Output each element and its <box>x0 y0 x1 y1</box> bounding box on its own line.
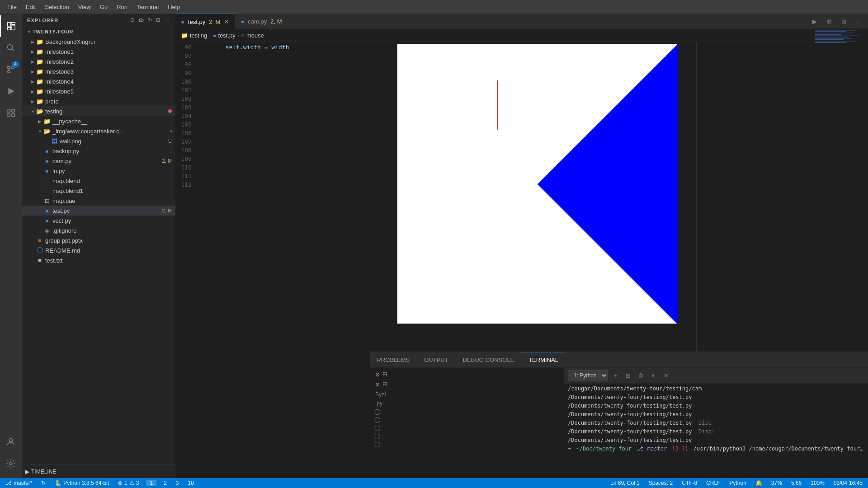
tab1-button[interactable]: 1 <box>146 480 156 486</box>
bell-status[interactable]: 🔔 <box>754 480 764 486</box>
problem-item[interactable]: ⊗ Fi <box>373 380 560 389</box>
tree-item-milestone1[interactable]: ▶ 📁 milestone1 <box>22 47 175 56</box>
tree-item-lnpy[interactable]: ▶ ● ln.py <box>22 166 175 176</box>
line-col-status[interactable]: Ln 69, Col 1 <box>609 480 642 486</box>
menu-item-help[interactable]: Help <box>164 2 184 12</box>
tree-item-readme[interactable]: ▶ ⓘ README.md <box>22 245 175 255</box>
mhz-status[interactable]: 5.66 <box>789 480 803 486</box>
tree-item-gitignore[interactable]: ▶ ◈ .gitignore <box>22 225 175 235</box>
menu-item-edit[interactable]: Edit <box>22 2 39 12</box>
tree-item-milestone2[interactable]: ▶ 📁 milestone2 <box>22 56 175 66</box>
more-options-icon[interactable]: ··· <box>165 17 170 23</box>
file-py-icon: ● <box>43 207 51 214</box>
tree-item-mapblend1[interactable]: ▶ ≡ map.blend1 <box>22 186 175 196</box>
search-activity-icon[interactable] <box>0 37 22 59</box>
terminal-shell-select[interactable]: 1: Python <box>568 371 608 380</box>
date-status[interactable]: 03/04 16:45 <box>832 480 864 486</box>
terminal-tab[interactable]: TERMINAL <box>521 352 566 367</box>
language-status[interactable]: Python <box>727 480 748 486</box>
spaces-status[interactable]: Spaces: 2 <box>647 480 675 486</box>
tab3-label: 3 <box>176 480 179 486</box>
tree-item-testtxt[interactable]: ▶ ≡ test.txt <box>22 255 175 265</box>
file-readme-icon: ⓘ <box>36 246 43 254</box>
explorer-activity-icon[interactable] <box>0 15 22 37</box>
problem-item[interactable]: ⊗ Fi <box>373 370 560 380</box>
tree-arrow-icon: ▶ <box>29 59 36 64</box>
tab2-label: 2 <box>164 480 167 486</box>
sync-status[interactable]: ↻ <box>39 480 47 486</box>
run-debug-activity-icon[interactable] <box>0 80 22 102</box>
zoom-status[interactable]: 100% <box>809 480 826 486</box>
encoding-status[interactable]: UTF-8 <box>680 480 699 486</box>
menu-item-terminal[interactable]: Terminal <box>133 2 162 12</box>
tab-actions: ▶ ⧉ ⊞ ··· <box>808 14 868 29</box>
spaces-label: Spaces: 2 <box>649 480 673 486</box>
tab4-button[interactable]: 10 <box>186 480 196 486</box>
extensions-activity-icon[interactable] <box>0 102 22 124</box>
tree-item-milestone5[interactable]: ▶ 📁 milestone5 <box>22 86 175 96</box>
collapse-icon[interactable]: ⊟ <box>156 17 160 23</box>
tab3-button[interactable]: 3 <box>174 480 181 486</box>
tree-item-vectpy[interactable]: ▶ ● vect.py <box>22 216 175 225</box>
run-button[interactable]: ▶ <box>808 15 821 28</box>
tree-item-label: test.py <box>52 207 162 214</box>
sidebar-header-icons: 🗋 🗁 ↻ ⊟ ··· <box>130 17 170 23</box>
tree-item-pycache[interactable]: ▶ 📁 __pycache__ <box>22 116 175 126</box>
menu-item-view[interactable]: View <box>75 2 94 12</box>
tab-testpy[interactable]: ● test.py 2, M ✕ <box>175 14 235 29</box>
settings-activity-icon[interactable] <box>0 453 22 474</box>
debug-console-tab[interactable]: DEBUG CONSOLE <box>456 352 521 367</box>
tab-campy[interactable]: ● cam.py 2, M <box>235 14 289 29</box>
tree-item-proto[interactable]: ▶ 📁 proto <box>22 96 175 106</box>
tree-item-testing[interactable]: ▾ 📂 testing <box>22 106 175 116</box>
errors-status[interactable]: ⊗ 1 ⚠ 3 <box>116 480 141 486</box>
breadcrumb-item-file[interactable]: ● test.py <box>213 32 236 39</box>
tree-item-pptx[interactable]: ▶ ≡ group ppt.pptx <box>22 235 175 245</box>
new-file-icon[interactable]: 🗋 <box>130 17 135 23</box>
status-bar: ⎇ master* ↻ 🐍 Python 3.8.5 64-bit ⊗ 1 ⚠ … <box>0 478 868 488</box>
terminal-add-button[interactable]: + <box>610 370 621 381</box>
tree-workspace-root[interactable]: ▾ TWENTY-FOUR <box>22 27 175 37</box>
code-lines[interactable]: self.width = width <box>195 42 370 478</box>
toggle-panel-button[interactable]: ⊞ <box>837 15 850 28</box>
tab-close-icon[interactable]: ✕ <box>224 18 229 25</box>
terminal-collapse-button[interactable]: ∧ <box>648 370 659 381</box>
tree-item-testpy[interactable]: ▶ ● test.py 2, M <box>22 206 175 216</box>
account-activity-icon[interactable] <box>0 431 22 453</box>
more-actions-button[interactable]: ··· <box>852 15 864 28</box>
branch-status[interactable]: ⎇ master* <box>4 480 34 486</box>
source-control-activity-icon[interactable]: 4 <box>0 59 22 80</box>
output-tab[interactable]: OUTPUT <box>417 352 455 367</box>
split-editor-button[interactable]: ⧉ <box>823 15 835 28</box>
tab2-button[interactable]: 2 <box>162 480 169 486</box>
terminal-content[interactable]: /cougar/Documents/twenty-four/testing/ca… <box>564 384 868 478</box>
tree-item-campy[interactable]: ▶ ● cam.py 2, M <box>22 156 175 166</box>
new-folder-icon[interactable]: 🗁 <box>139 17 144 23</box>
line-ending-status[interactable]: CRLF <box>704 480 722 486</box>
refresh-icon[interactable]: ↻ <box>148 17 152 23</box>
tree-item-milestone4[interactable]: ▶ 📁 milestone4 <box>22 76 175 86</box>
menu-item-run[interactable]: Run <box>113 2 131 12</box>
terminal-split-button[interactable]: ⊞ <box>623 370 633 381</box>
breadcrumb-item-symbol[interactable]: ○ mouse <box>241 32 264 39</box>
tree-item-backuppy[interactable]: ▶ ● backup.py <box>22 146 175 156</box>
menu-item-go[interactable]: Go <box>96 2 111 12</box>
problems-tab[interactable]: PROBLEMS <box>370 352 417 367</box>
tree-item-mapblend[interactable]: ▶ ≡ map.blend <box>22 176 175 186</box>
tree-item-img[interactable]: ▾ 📂 _img/www.cougartasker.c... • <box>22 126 175 136</box>
tree-item-milestone3[interactable]: ▶ 📁 milestone3 <box>22 66 175 76</box>
tree-item-label: .gitignore <box>52 227 175 234</box>
code-editor[interactable]: 96979899100 101102103104105 106107108109… <box>175 42 370 478</box>
file-dae-icon: ⊡ <box>43 197 51 204</box>
tree-item-wallpng[interactable]: ▶ 🖼 wall.png U <box>22 136 175 146</box>
breadcrumb-item-testing[interactable]: 📁 testing <box>181 32 207 39</box>
python-version-status[interactable]: 🐍 Python 3.8.5 64-bit <box>53 480 111 486</box>
menu-item-selection[interactable]: Selection <box>41 2 72 12</box>
tree-item-backgroundxingrui[interactable]: ▶ 📁 BackgroundXingrui <box>22 37 175 47</box>
tree-item-mapdae[interactable]: ▶ ⊡ map.dae <box>22 196 175 206</box>
cpu-status[interactable]: 37% <box>769 480 784 486</box>
terminal-close-button[interactable]: ✕ <box>660 370 671 381</box>
timeline-section[interactable]: ▶ TIMELINE <box>22 465 175 478</box>
terminal-trash-button[interactable]: 🗑 <box>635 370 646 381</box>
menu-item-file[interactable]: File <box>4 2 20 12</box>
